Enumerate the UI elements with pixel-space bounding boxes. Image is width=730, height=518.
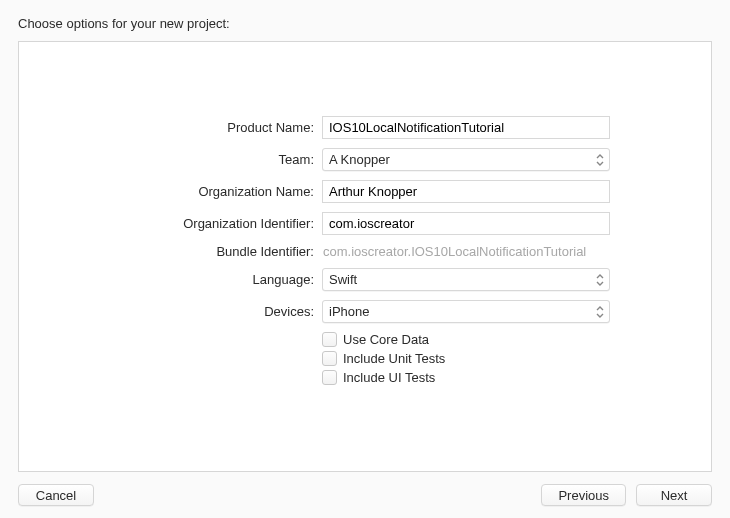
product-name-field[interactable]: [322, 116, 610, 139]
sheet-title: Choose options for your new project:: [18, 16, 712, 31]
checkbox-include-unit-tests[interactable]: Include Unit Tests: [322, 351, 610, 366]
checkbox-label-use-core-data: Use Core Data: [343, 332, 429, 347]
row-organization-identifier: Organization Identifier:: [19, 212, 711, 235]
previous-button[interactable]: Previous: [541, 484, 626, 506]
checkbox-include-ui-tests[interactable]: Include UI Tests: [322, 370, 610, 385]
label-organization-identifier: Organization Identifier:: [19, 216, 322, 231]
row-organization-name: Organization Name:: [19, 180, 711, 203]
checkbox-icon: [322, 370, 337, 385]
label-devices: Devices:: [19, 304, 322, 319]
organization-name-field[interactable]: [322, 180, 610, 203]
chevron-up-down-icon: [596, 153, 604, 167]
team-select[interactable]: A Knopper: [322, 148, 610, 171]
label-team: Team:: [19, 152, 322, 167]
form-container: Product Name: Team: A Knopper Or: [18, 41, 712, 472]
devices-select[interactable]: iPhone: [322, 300, 610, 323]
organization-identifier-field[interactable]: [322, 212, 610, 235]
footer-bar: Cancel Previous Next: [18, 472, 712, 506]
next-button[interactable]: Next: [636, 484, 712, 506]
row-language: Language: Swift: [19, 268, 711, 291]
row-product-name: Product Name:: [19, 116, 711, 139]
project-options-form: Product Name: Team: A Knopper Or: [19, 116, 711, 389]
row-checkboxes: Use Core Data Include Unit Tests Include…: [19, 332, 711, 389]
language-select[interactable]: Swift: [322, 268, 610, 291]
label-bundle-identifier: Bundle Identifier:: [19, 244, 322, 259]
row-team: Team: A Knopper: [19, 148, 711, 171]
cancel-button[interactable]: Cancel: [18, 484, 94, 506]
chevron-up-down-icon: [596, 305, 604, 319]
checkbox-use-core-data[interactable]: Use Core Data: [322, 332, 610, 347]
chevron-up-down-icon: [596, 273, 604, 287]
new-project-options-sheet: Choose options for your new project: Pro…: [0, 0, 730, 518]
language-select-value: Swift: [329, 272, 357, 287]
label-product-name: Product Name:: [19, 120, 322, 135]
label-organization-name: Organization Name:: [19, 184, 322, 199]
checkbox-label-include-ui-tests: Include UI Tests: [343, 370, 435, 385]
devices-select-value: iPhone: [329, 304, 369, 319]
checkbox-icon: [322, 332, 337, 347]
row-bundle-identifier: Bundle Identifier: com.ioscreator.IOS10L…: [19, 244, 711, 259]
label-language: Language:: [19, 272, 322, 287]
bundle-identifier-value: com.ioscreator.IOS10LocalNotificationTut…: [322, 244, 610, 259]
team-select-value: A Knopper: [329, 152, 390, 167]
checkbox-label-include-unit-tests: Include Unit Tests: [343, 351, 445, 366]
checkbox-icon: [322, 351, 337, 366]
row-devices: Devices: iPhone: [19, 300, 711, 323]
